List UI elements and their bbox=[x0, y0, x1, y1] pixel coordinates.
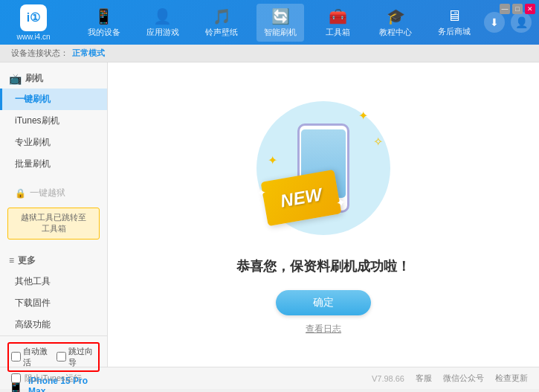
nav-service[interactable]: 🖥 务后商城 bbox=[430, 4, 478, 41]
nav-tutorial[interactable]: 🎓 教程中心 bbox=[372, 4, 419, 42]
auto-activate-label: 自动激活 bbox=[23, 346, 51, 368]
flash-section-icon: 📺 bbox=[9, 73, 22, 85]
logo-icon: i① bbox=[20, 4, 47, 31]
footer-right: V7.98.66 客服 微信公众号 检查更新 bbox=[372, 373, 528, 384]
sidebar: 📺 刷机 一键刷机 iTunes刷机 专业刷机 批量刷机 🔒 一键越狱 越狱工具… bbox=[0, 62, 108, 367]
no-itunes-checkbox[interactable] bbox=[11, 373, 21, 383]
nav-flash-label: 智能刷机 bbox=[264, 27, 297, 38]
sparkle-icon-3: ✦ bbox=[268, 153, 277, 167]
status-prefix: 设备连接状态： bbox=[11, 48, 68, 59]
customer-service-link[interactable]: 客服 bbox=[416, 373, 432, 384]
guide-checkbox-label[interactable]: 跳过向导 bbox=[57, 346, 96, 368]
sidebar-item-batch-flash[interactable]: 批量刷机 bbox=[0, 153, 107, 175]
content-area: ✦ ✧ ✦ ✦ NEW ✦ 恭喜您，保资料刷机成功啦！ 确定 查看日志 bbox=[108, 62, 539, 367]
close-button[interactable]: ✕ bbox=[525, 4, 535, 14]
success-message: 恭喜您，保资料刷机成功啦！ bbox=[236, 257, 410, 275]
download-button[interactable]: ⬇ bbox=[484, 12, 505, 33]
nav-service-label: 务后商城 bbox=[438, 26, 471, 37]
flash-icon: 🔄 bbox=[271, 7, 290, 25]
version-text: V7.98.66 bbox=[372, 374, 404, 383]
ribbon-text: NEW bbox=[279, 184, 323, 211]
nav-toolbox[interactable]: 🧰 工具箱 bbox=[316, 4, 361, 42]
nav-apps-games[interactable]: 👤 应用游戏 bbox=[139, 4, 187, 42]
guide-label: 跳过向导 bbox=[68, 346, 96, 368]
sparkle-icon-2: ✧ bbox=[373, 135, 383, 149]
nav-ringtones-label: 铃声壁纸 bbox=[205, 27, 238, 38]
flash-section-label: 刷机 bbox=[25, 72, 43, 85]
maximize-button[interactable]: □ bbox=[512, 4, 523, 14]
guide-checkbox[interactable] bbox=[57, 352, 66, 362]
toolbox-icon: 🧰 bbox=[329, 7, 347, 25]
auto-activate-checkbox-label[interactable]: 自动激活 bbox=[11, 346, 51, 368]
jailbreak-label: 一键越狱 bbox=[30, 187, 65, 199]
logo: i① www.i4.cn bbox=[7, 4, 59, 41]
footer-left: 阻止iTunes运行 bbox=[11, 373, 82, 384]
nav-smart-flash[interactable]: 🔄 智能刷机 bbox=[256, 4, 304, 42]
device-icon: 📱 bbox=[94, 7, 113, 25]
status-mode: 正常模式 bbox=[72, 48, 105, 59]
more-label: 更多 bbox=[18, 254, 36, 267]
minimize-button[interactable]: — bbox=[500, 4, 510, 14]
sidebar-item-itunes-flash[interactable]: iTunes刷机 bbox=[0, 110, 107, 132]
sidebar-item-download-firmware[interactable]: 下载固件 bbox=[0, 292, 107, 314]
apps-icon: 👤 bbox=[153, 7, 172, 25]
sidebar-item-other-tools[interactable]: 其他工具 bbox=[0, 271, 107, 292]
jailbreak-notice: 越狱工具已跳转至工具箱 bbox=[7, 208, 100, 240]
status-bar: 设备连接状态： 正常模式 bbox=[0, 45, 539, 62]
flash-section-title: 📺 刷机 bbox=[0, 68, 107, 89]
main-layout: 📺 刷机 一键刷机 iTunes刷机 专业刷机 批量刷机 🔒 一键越狱 越狱工具… bbox=[0, 62, 539, 367]
nav-items: 📱 我的设备 👤 应用游戏 🎵 铃声壁纸 🔄 智能刷机 🧰 工具箱 🎓 教程中心… bbox=[74, 4, 484, 42]
nav-my-device[interactable]: 📱 我的设备 bbox=[80, 4, 128, 42]
lock-icon: 🔒 bbox=[15, 188, 26, 199]
logo-text: www.i4.cn bbox=[16, 33, 50, 41]
wechat-link[interactable]: 微信公众号 bbox=[443, 373, 484, 384]
header: i① www.i4.cn 📱 我的设备 👤 应用游戏 🎵 铃声壁纸 🔄 智能刷机… bbox=[0, 0, 539, 45]
window-controls: — □ ✕ bbox=[500, 4, 535, 14]
sidebar-item-advanced[interactable]: 高级功能 bbox=[0, 314, 107, 335]
nav-tutorial-label: 教程中心 bbox=[379, 27, 412, 38]
check-update-link[interactable]: 检查更新 bbox=[495, 373, 528, 384]
sparkle-icon-1: ✦ bbox=[358, 109, 368, 123]
nav-toolbox-label: 工具箱 bbox=[326, 27, 350, 38]
service-icon: 🖥 bbox=[447, 7, 462, 25]
sidebar-item-jailbreak: 🔒 一键越狱 bbox=[0, 182, 107, 204]
no-itunes-label: 阻止iTunes运行 bbox=[25, 373, 82, 384]
ringtone-icon: 🎵 bbox=[213, 7, 231, 25]
tutorial-icon: 🎓 bbox=[387, 7, 405, 25]
header-right: ⬇ 👤 bbox=[484, 12, 532, 33]
success-image: ✦ ✧ ✦ ✦ NEW ✦ bbox=[249, 94, 398, 242]
more-icon: ≡ bbox=[9, 255, 14, 266]
sidebar-item-one-key-flash[interactable]: 一键刷机 bbox=[0, 89, 107, 110]
more-section-title: ≡ 更多 bbox=[0, 251, 107, 271]
log-link[interactable]: 查看日志 bbox=[306, 323, 341, 335]
ribbon-star-left: ✦ bbox=[256, 185, 268, 201]
checkbox-row: 自动激活 跳过向导 bbox=[7, 342, 100, 372]
auto-activate-checkbox[interactable] bbox=[11, 352, 21, 362]
nav-my-device-label: 我的设备 bbox=[88, 27, 120, 38]
nav-ringtones[interactable]: 🎵 铃声壁纸 bbox=[198, 4, 245, 42]
nav-apps-label: 应用游戏 bbox=[146, 27, 179, 38]
confirm-button[interactable]: 确定 bbox=[276, 290, 371, 315]
sidebar-item-pro-flash[interactable]: 专业刷机 bbox=[0, 132, 107, 153]
user-button[interactable]: 👤 bbox=[511, 12, 532, 33]
